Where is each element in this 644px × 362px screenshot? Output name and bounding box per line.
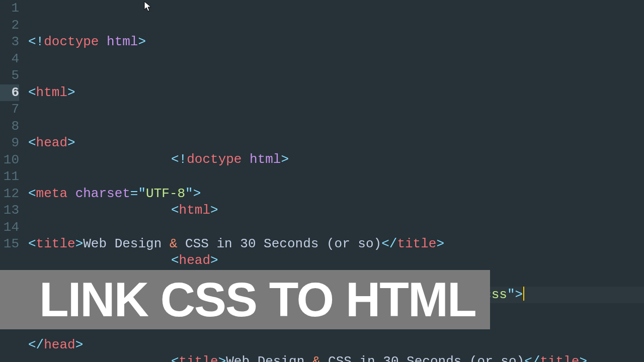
line-number: 10 (0, 152, 19, 169)
code-line[interactable]: <html> (28, 84, 644, 102)
line-number: 7 (0, 101, 19, 118)
code-line: <title>Web Design & CSS in 30 Seconds (o… (171, 353, 642, 362)
code-line: <html> (171, 202, 642, 219)
line-number: 14 (0, 219, 19, 236)
line-number: 15 (0, 236, 19, 253)
line-number: 4 (0, 51, 19, 68)
line-number: 13 (0, 202, 19, 219)
line-number: 2 (0, 17, 19, 34)
line-number-active: 6 (0, 84, 19, 102)
line-number: 9 (0, 135, 19, 152)
line-number: 12 (0, 186, 19, 203)
line-number: 3 (0, 34, 19, 51)
title-banner: LINK CSS TO HTML (0, 270, 490, 329)
code-line[interactable]: <!doctype html> (28, 34, 644, 51)
code-line: <head> (171, 252, 642, 269)
line-number: 8 (0, 118, 19, 135)
banner-text: LINK CSS TO HTML (39, 291, 476, 308)
line-number: 11 (0, 168, 19, 186)
line-number: 5 (0, 67, 19, 84)
code-line: <!doctype html> (171, 151, 642, 168)
line-number: 1 (0, 0, 19, 17)
